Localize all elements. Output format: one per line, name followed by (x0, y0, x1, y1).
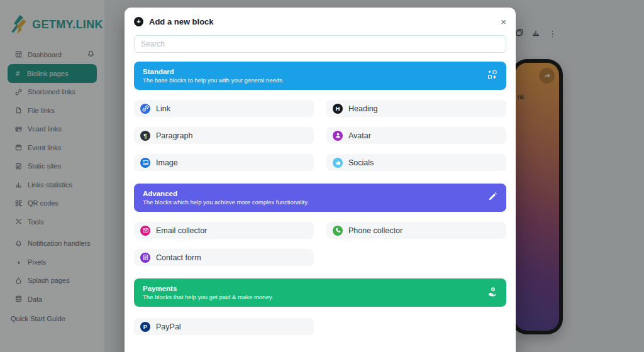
envelope-icon (140, 226, 150, 236)
heading-icon: H (333, 104, 343, 114)
pencil-icon (487, 192, 497, 204)
section-banner-standard: Standard The base blocks to help you wit… (134, 62, 506, 90)
block-item-email-collector[interactable]: Email collector (134, 222, 314, 239)
close-icon[interactable]: × (501, 17, 506, 26)
advanced-blocks: Email collector Phone collector Contact … (134, 222, 506, 266)
avatar-icon (333, 131, 343, 141)
modal-title: Add a new block (149, 17, 214, 26)
search-input[interactable] (134, 35, 506, 53)
block-item-image[interactable]: Image (134, 154, 314, 171)
shapes-icon (487, 70, 497, 82)
thumbs-up-icon (333, 158, 343, 168)
add-block-modal: + Add a new block × Standard The base bl… (125, 8, 516, 352)
section-banner-payments: Payments The blocks that help you get pa… (134, 278, 506, 307)
section-title: Payments (143, 285, 273, 292)
block-item-phone-collector[interactable]: Phone collector (326, 222, 506, 239)
section-description: The blocks that help you get paid & make… (143, 294, 273, 300)
section-description: The base blocks to help you with your ge… (143, 77, 284, 84)
section-description: The blocks which help you achieve more c… (143, 199, 309, 206)
payments-blocks: P PayPal (134, 318, 506, 335)
form-icon (140, 253, 150, 263)
block-item-paypal[interactable]: P PayPal (134, 318, 314, 335)
block-item-heading[interactable]: H Heading (326, 100, 506, 117)
block-item-socials[interactable]: Socials (326, 154, 506, 171)
block-item-link[interactable]: Link (134, 100, 314, 117)
block-item-contact-form[interactable]: Contact form (134, 249, 314, 266)
phone-icon (333, 226, 343, 236)
block-item-paragraph[interactable]: ¶ Paragraph (134, 127, 314, 144)
paragraph-icon: ¶ (140, 131, 150, 141)
standard-blocks: Link H Heading ¶ Paragraph Avatar Image … (134, 100, 506, 171)
section-title: Advanced (143, 190, 309, 197)
hand-money-icon (487, 287, 497, 299)
image-icon (140, 158, 150, 168)
paypal-icon: P (140, 322, 150, 332)
section-banner-advanced: Advanced The blocks which help you achie… (134, 184, 506, 212)
plus-circle-icon: + (134, 17, 143, 26)
block-item-avatar[interactable]: Avatar (326, 127, 506, 144)
modal-header: + Add a new block × (134, 8, 506, 35)
link-icon (140, 104, 150, 114)
section-title: Standard (143, 68, 284, 75)
